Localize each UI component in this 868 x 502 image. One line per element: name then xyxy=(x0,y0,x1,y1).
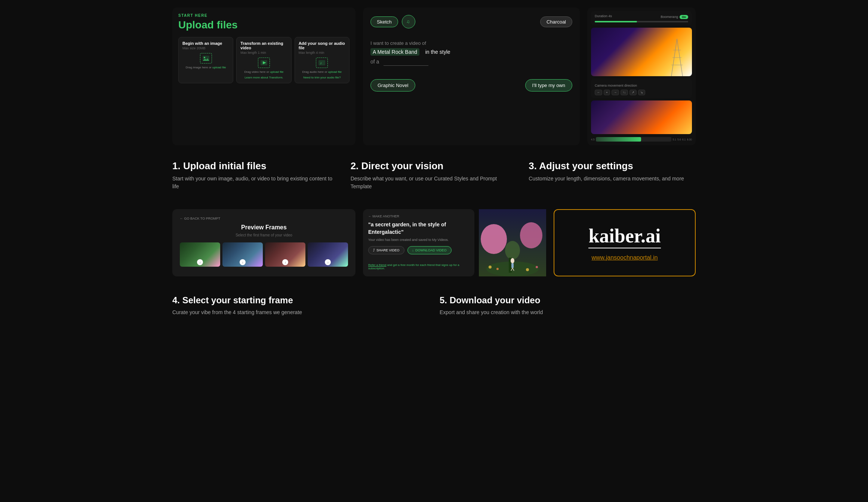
cam-right[interactable]: → xyxy=(612,90,619,95)
cam-center[interactable]: + xyxy=(604,90,610,95)
duration-row: Duration 4s Boomerang On xyxy=(591,11,692,25)
garden-image-inner xyxy=(479,209,546,276)
video-upload-icon xyxy=(258,58,270,68)
type-own-button[interactable]: I'll type my own xyxy=(525,79,572,92)
download-icon: ↓ xyxy=(412,248,414,252)
frame-4[interactable]: ↓ xyxy=(308,242,348,267)
upload-title: Upload files xyxy=(178,19,350,31)
garden-buttons: ⤴ SHARE VIDEO ↓ DOWNLOAD VIDEO xyxy=(368,246,469,254)
upload-image-card[interactable]: Begin with an image Max size 20MB Drag i… xyxy=(178,37,233,83)
svg-text:♫: ♫ xyxy=(406,19,410,24)
garden-video-area: ← MAKE ANOTHER "a secret garden, in the … xyxy=(363,209,546,276)
trim-audio-link[interactable]: trim your audio file xyxy=(315,76,339,79)
svg-point-26 xyxy=(536,266,538,268)
back-to-prompt-link[interactable]: ← GO BACK TO PROMPT xyxy=(180,217,348,220)
svg-point-19 xyxy=(511,258,514,263)
refer-note: Refer a friend and get a free month for … xyxy=(363,263,474,275)
download-video-button[interactable]: ↓ DOWNLOAD VIDEO xyxy=(407,246,452,254)
step-4: 4. Select your starting frame Curate you… xyxy=(172,295,428,316)
camera-label: Camera movement direction xyxy=(595,84,637,87)
bottom-steps-section: 4. Select your starting frame Curate you… xyxy=(172,295,696,316)
timeline-row: 4.5 5.1 5.6 6.1 8.00 xyxy=(591,137,692,142)
timeline-num-3: 5.6 xyxy=(677,138,681,141)
music-button[interactable]: ♫ xyxy=(402,15,415,28)
step-1-title: 1. Upload initial files xyxy=(172,160,339,172)
step-2-title: 2. Direct your vision xyxy=(351,160,518,172)
cam-upright[interactable]: ↗ xyxy=(630,90,637,95)
svg-point-16 xyxy=(505,241,520,260)
svg-point-25 xyxy=(526,268,529,271)
upload-cards: Begin with an image Max size 20MB Drag i… xyxy=(178,37,350,83)
frame-3-select-icon: ↓ xyxy=(282,259,288,265)
timeline-bar[interactable] xyxy=(596,137,671,142)
vision-panel: Sketch ♫ Charcoal I want to create a vid… xyxy=(363,7,580,145)
prompt-band-highlight: A Metal Rock Band xyxy=(370,48,419,56)
kaiber-url[interactable]: www.jansoochnaportal.in xyxy=(592,254,658,261)
video-card-note: Learn more about Transform. xyxy=(240,76,287,79)
kaiber-logo: kaiber.ai xyxy=(588,225,661,248)
image-card-subtitle: Max size 20MB xyxy=(182,46,229,50)
frames-grid: ↓ ↓ ↓ ↓ xyxy=(180,242,348,267)
preview-frames-subtitle: Select the first frame of your video xyxy=(180,233,348,237)
step-1: 1. Upload initial files Start with your … xyxy=(172,160,339,190)
svg-point-14 xyxy=(481,224,507,254)
image-drop-text: Drag image here or upload file xyxy=(182,66,229,69)
audio-card-subtitle: Max length 4 min xyxy=(299,51,345,55)
timeline-num-1: 4.5 xyxy=(591,138,595,141)
settings-panel: Duration 4s Boomerang On xyxy=(587,7,696,145)
cam-left[interactable]: ← xyxy=(595,90,602,95)
frame-1[interactable]: ↓ xyxy=(180,242,220,267)
refer-link[interactable]: Refer a friend xyxy=(368,263,386,267)
step-1-desc: Start with your own image, audio, or vid… xyxy=(172,175,339,190)
learn-more-link[interactable]: Learn more xyxy=(244,76,260,79)
garden-back-link[interactable]: ← MAKE ANOTHER xyxy=(368,214,469,218)
step-3: 3. Adjust your settings Customize your l… xyxy=(529,160,696,190)
audio-upload-link[interactable]: upload file xyxy=(328,70,342,74)
prompt-band-line: A Metal Rock Band in the style xyxy=(370,49,572,55)
boomerang-toggle[interactable]: On xyxy=(680,15,688,19)
share-video-button[interactable]: ⤴ SHARE VIDEO xyxy=(368,246,404,254)
step-4-title: 4. Select your starting frame xyxy=(172,295,428,306)
camera-controls: ← + → ↑↓ ↗ ↘ xyxy=(595,90,688,95)
duration-label: Duration 4s xyxy=(595,14,612,18)
audio-upload-icon: ♪ xyxy=(316,58,328,68)
video-upload-link[interactable]: upload file xyxy=(270,70,283,74)
cam-updown[interactable]: ↑↓ xyxy=(621,90,628,95)
frame-2[interactable]: ↓ xyxy=(222,242,263,267)
step-3-title: 3. Adjust your settings xyxy=(529,160,696,172)
upload-audio-card[interactable]: Add your song or audio file Max length 4… xyxy=(295,37,350,83)
sketch-button[interactable]: Sketch xyxy=(370,16,398,27)
svg-text:♪: ♪ xyxy=(320,61,322,65)
frame-4-select-icon: ↓ xyxy=(325,259,331,265)
graphic-novel-button[interactable]: Graphic Novel xyxy=(370,79,415,92)
frame-3[interactable]: ↓ xyxy=(265,242,305,267)
audio-card-note: Need to trim your audio file? xyxy=(299,76,345,79)
prompt-style-input[interactable] xyxy=(384,58,428,66)
audio-card-title: Add your song or audio file xyxy=(299,41,345,50)
step-5: 5. Download your video Export and share … xyxy=(440,295,696,316)
garden-top: ← MAKE ANOTHER "a secret garden, in the … xyxy=(363,209,474,260)
start-here-label: START HERE xyxy=(178,13,350,18)
vision-bottom-buttons: Graphic Novel I'll type my own xyxy=(370,79,572,92)
frame-2-select-icon: ↓ xyxy=(240,259,246,265)
garden-svg xyxy=(479,209,546,276)
camera-section: Camera movement direction ← + → ↑↓ ↗ ↘ xyxy=(591,78,692,98)
frame-1-select-icon: ↓ xyxy=(197,259,203,265)
step-3-desc: Customize your length, dimensions, camer… xyxy=(529,175,696,183)
cloud-image-preview-2 xyxy=(591,100,692,134)
svg-point-1 xyxy=(204,57,205,58)
step-5-title: 5. Download your video xyxy=(440,295,696,306)
audio-drop-text: Drag audio here or upload file xyxy=(299,70,345,74)
image-upload-link[interactable]: upload file xyxy=(212,66,226,69)
timeline-num-5: 8.00 xyxy=(687,138,692,141)
video-drop-text: Drag video here or upload file xyxy=(240,70,287,74)
cam-downright[interactable]: ↘ xyxy=(638,90,645,95)
step-2: 2. Direct your vision Describe what you … xyxy=(351,160,518,190)
cloud-image-preview xyxy=(591,28,692,76)
charcoal-button[interactable]: Charcoal xyxy=(540,16,572,27)
video-card-subtitle: Max length 1 min xyxy=(240,51,287,55)
share-icon: ⤴ xyxy=(373,248,375,252)
upload-video-card[interactable]: Transform an existing video Max length 1… xyxy=(236,37,291,83)
svg-rect-5 xyxy=(318,60,325,65)
duration-slider[interactable] xyxy=(595,21,688,22)
